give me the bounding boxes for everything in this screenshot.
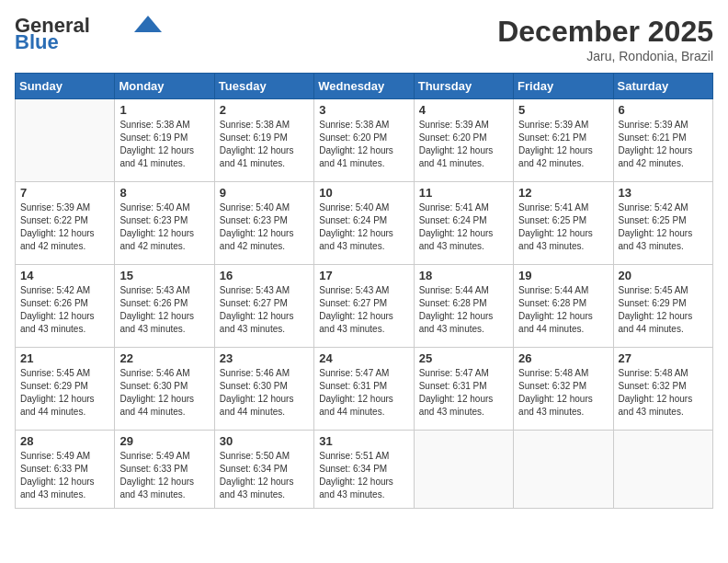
day-number: 21 <box>20 351 109 365</box>
day-number: 23 <box>220 351 309 365</box>
day-number: 10 <box>319 186 408 200</box>
calendar-cell: 18Sunrise: 5:44 AM Sunset: 6:28 PM Dayli… <box>414 265 513 348</box>
day-info: Sunrise: 5:38 AM Sunset: 6:19 PM Dayligh… <box>220 119 309 170</box>
day-info: Sunrise: 5:42 AM Sunset: 6:26 PM Dayligh… <box>20 284 109 336</box>
day-number: 19 <box>518 269 608 282</box>
logo: General Blue <box>15 15 162 53</box>
calendar-cell: 14Sunrise: 5:42 AM Sunset: 6:26 PM Dayli… <box>16 265 115 348</box>
month-title: December 2025 <box>497 15 713 49</box>
day-number: 30 <box>220 434 309 448</box>
location: Jaru, Rondonia, Brazil <box>497 49 713 63</box>
calendar-cell: 26Sunrise: 5:48 AM Sunset: 6:32 PM Dayli… <box>514 348 613 431</box>
day-number: 31 <box>319 434 408 448</box>
calendar-cell: 2Sunrise: 5:38 AM Sunset: 6:19 PM Daylig… <box>214 99 313 182</box>
day-number: 29 <box>119 434 209 448</box>
calendar-cell: 17Sunrise: 5:43 AM Sunset: 6:27 PM Dayli… <box>314 265 414 348</box>
day-info: Sunrise: 5:38 AM Sunset: 6:20 PM Dayligh… <box>319 119 408 170</box>
calendar-cell: 9Sunrise: 5:40 AM Sunset: 6:23 PM Daylig… <box>214 182 313 265</box>
day-number: 16 <box>220 269 309 282</box>
day-info: Sunrise: 5:46 AM Sunset: 6:30 PM Dayligh… <box>119 367 209 419</box>
calendar-cell: 20Sunrise: 5:45 AM Sunset: 6:29 PM Dayli… <box>613 265 712 348</box>
calendar-cell: 22Sunrise: 5:46 AM Sunset: 6:30 PM Dayli… <box>115 348 214 431</box>
day-number: 13 <box>619 186 708 200</box>
weekday-header-thursday: Thursday <box>414 74 513 99</box>
day-number: 12 <box>518 186 608 200</box>
calendar-cell: 24Sunrise: 5:47 AM Sunset: 6:31 PM Dayli… <box>314 348 414 431</box>
logo-icon <box>134 16 162 32</box>
weekday-header-wednesday: Wednesday <box>314 74 414 99</box>
day-number: 27 <box>619 351 708 365</box>
day-info: Sunrise: 5:41 AM Sunset: 6:24 PM Dayligh… <box>419 201 508 253</box>
week-row-2: 7Sunrise: 5:39 AM Sunset: 6:22 PM Daylig… <box>16 182 713 265</box>
day-number: 11 <box>419 186 508 200</box>
logo-blue: Blue <box>15 31 59 53</box>
calendar-cell: 29Sunrise: 5:49 AM Sunset: 6:33 PM Dayli… <box>115 431 214 509</box>
week-row-4: 21Sunrise: 5:45 AM Sunset: 6:29 PM Dayli… <box>16 348 713 431</box>
day-number: 1 <box>119 103 209 117</box>
calendar-cell: 21Sunrise: 5:45 AM Sunset: 6:29 PM Dayli… <box>16 348 115 431</box>
day-info: Sunrise: 5:38 AM Sunset: 6:19 PM Dayligh… <box>119 119 209 170</box>
day-info: Sunrise: 5:39 AM Sunset: 6:21 PM Dayligh… <box>619 119 708 170</box>
day-number: 4 <box>419 103 508 117</box>
calendar-cell: 7Sunrise: 5:39 AM Sunset: 6:22 PM Daylig… <box>16 182 115 265</box>
calendar-cell: 19Sunrise: 5:44 AM Sunset: 6:28 PM Dayli… <box>514 265 613 348</box>
calendar-cell: 11Sunrise: 5:41 AM Sunset: 6:24 PM Dayli… <box>414 182 513 265</box>
day-info: Sunrise: 5:43 AM Sunset: 6:27 PM Dayligh… <box>220 284 309 336</box>
calendar-cell: 28Sunrise: 5:49 AM Sunset: 6:33 PM Dayli… <box>16 431 115 509</box>
day-info: Sunrise: 5:45 AM Sunset: 6:29 PM Dayligh… <box>20 367 109 419</box>
calendar-cell: 10Sunrise: 5:40 AM Sunset: 6:24 PM Dayli… <box>314 182 414 265</box>
day-info: Sunrise: 5:48 AM Sunset: 6:32 PM Dayligh… <box>619 367 708 419</box>
day-number: 25 <box>419 351 508 365</box>
day-info: Sunrise: 5:47 AM Sunset: 6:31 PM Dayligh… <box>319 367 408 419</box>
day-info: Sunrise: 5:41 AM Sunset: 6:25 PM Dayligh… <box>518 201 608 253</box>
day-info: Sunrise: 5:43 AM Sunset: 6:26 PM Dayligh… <box>119 284 209 336</box>
day-info: Sunrise: 5:40 AM Sunset: 6:24 PM Dayligh… <box>319 201 408 253</box>
day-number: 3 <box>319 103 408 117</box>
weekday-header-sunday: Sunday <box>16 74 115 99</box>
day-info: Sunrise: 5:47 AM Sunset: 6:31 PM Dayligh… <box>419 367 508 419</box>
day-info: Sunrise: 5:40 AM Sunset: 6:23 PM Dayligh… <box>119 201 209 253</box>
calendar-cell: 31Sunrise: 5:51 AM Sunset: 6:34 PM Dayli… <box>314 431 414 509</box>
day-number: 2 <box>220 103 309 117</box>
day-info: Sunrise: 5:44 AM Sunset: 6:28 PM Dayligh… <box>419 284 508 336</box>
day-number: 20 <box>619 269 708 282</box>
weekday-header-row: SundayMondayTuesdayWednesdayThursdayFrid… <box>16 74 713 99</box>
day-number: 7 <box>20 186 109 200</box>
day-number: 9 <box>220 186 309 200</box>
week-row-5: 28Sunrise: 5:49 AM Sunset: 6:33 PM Dayli… <box>16 431 713 509</box>
calendar-cell: 15Sunrise: 5:43 AM Sunset: 6:26 PM Dayli… <box>115 265 214 348</box>
day-number: 17 <box>319 269 408 282</box>
day-number: 8 <box>119 186 209 200</box>
calendar-table: SundayMondayTuesdayWednesdayThursdayFrid… <box>15 73 713 509</box>
weekday-header-friday: Friday <box>514 74 613 99</box>
calendar-cell: 30Sunrise: 5:50 AM Sunset: 6:34 PM Dayli… <box>214 431 313 509</box>
day-info: Sunrise: 5:46 AM Sunset: 6:30 PM Dayligh… <box>220 367 309 419</box>
day-info: Sunrise: 5:39 AM Sunset: 6:20 PM Dayligh… <box>419 119 508 170</box>
calendar-cell: 8Sunrise: 5:40 AM Sunset: 6:23 PM Daylig… <box>115 182 214 265</box>
day-number: 14 <box>20 269 109 282</box>
page-header: General Blue December 2025 Jaru, Rondoni… <box>15 15 713 63</box>
day-info: Sunrise: 5:50 AM Sunset: 6:34 PM Dayligh… <box>220 450 309 501</box>
week-row-3: 14Sunrise: 5:42 AM Sunset: 6:26 PM Dayli… <box>16 265 713 348</box>
day-info: Sunrise: 5:51 AM Sunset: 6:34 PM Dayligh… <box>319 450 408 501</box>
day-info: Sunrise: 5:49 AM Sunset: 6:33 PM Dayligh… <box>119 450 209 501</box>
day-info: Sunrise: 5:39 AM Sunset: 6:22 PM Dayligh… <box>20 201 109 253</box>
day-info: Sunrise: 5:48 AM Sunset: 6:32 PM Dayligh… <box>518 367 608 419</box>
weekday-header-tuesday: Tuesday <box>214 74 313 99</box>
calendar-cell: 4Sunrise: 5:39 AM Sunset: 6:20 PM Daylig… <box>414 99 513 182</box>
day-number: 28 <box>20 434 109 448</box>
week-row-1: 1Sunrise: 5:38 AM Sunset: 6:19 PM Daylig… <box>16 99 713 182</box>
day-number: 26 <box>518 351 608 365</box>
day-number: 6 <box>619 103 708 117</box>
day-number: 18 <box>419 269 508 282</box>
calendar-cell: 3Sunrise: 5:38 AM Sunset: 6:20 PM Daylig… <box>314 99 414 182</box>
day-number: 15 <box>119 269 209 282</box>
day-info: Sunrise: 5:45 AM Sunset: 6:29 PM Dayligh… <box>619 284 708 336</box>
calendar-cell <box>514 431 613 509</box>
day-number: 22 <box>119 351 209 365</box>
calendar-cell <box>613 431 712 509</box>
day-info: Sunrise: 5:40 AM Sunset: 6:23 PM Dayligh… <box>220 201 309 253</box>
day-number: 24 <box>319 351 408 365</box>
calendar-cell <box>414 431 513 509</box>
day-number: 5 <box>518 103 608 117</box>
